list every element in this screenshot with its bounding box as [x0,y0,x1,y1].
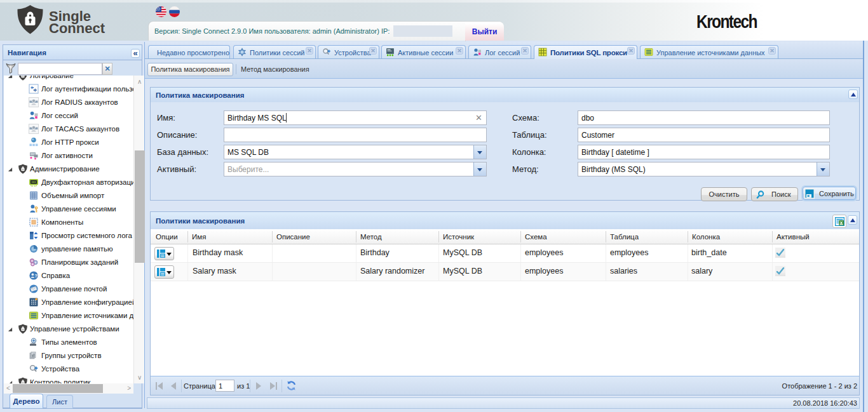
svg-text:?: ? [34,273,37,279]
